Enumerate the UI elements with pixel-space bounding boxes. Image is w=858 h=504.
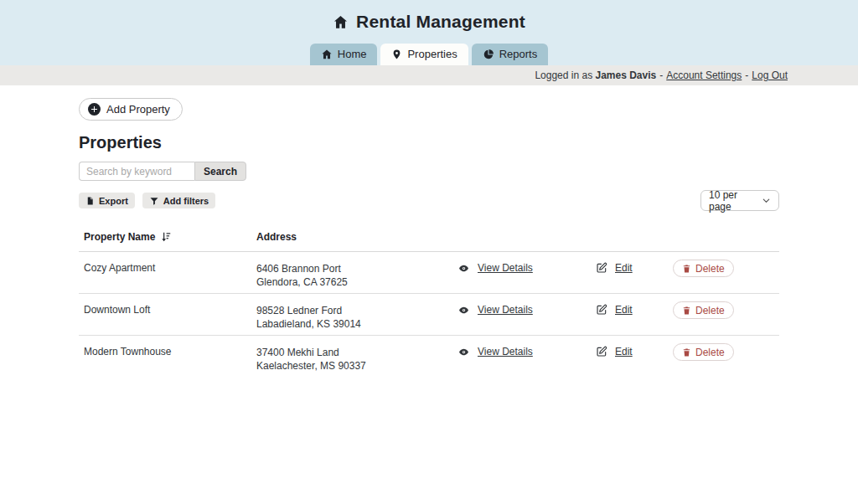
delete-label: Delete [695, 263, 725, 275]
eye-icon [457, 305, 470, 316]
table-row: Modern Townhouse 37400 Mekhi Land Kaelac… [79, 336, 779, 378]
tab-label: Home [338, 48, 367, 60]
delete-button[interactable]: Delete [673, 343, 734, 361]
edit-action[interactable]: Edit [596, 304, 673, 316]
edit-icon [596, 304, 607, 316]
properties-table: Property Name Address Cozy Apartment 640… [79, 226, 779, 378]
view-details-link[interactable]: View Details [478, 304, 533, 316]
view-details-action[interactable]: View Details [457, 346, 596, 357]
property-name: Downtown Loft [84, 304, 256, 316]
edit-action[interactable]: Edit [596, 346, 673, 357]
table-row: Cozy Apartment 6406 Brannon Port Glendor… [79, 252, 779, 294]
delete-label: Delete [695, 305, 725, 316]
export-label: Export [99, 196, 128, 206]
edit-action[interactable]: Edit [596, 262, 673, 274]
search-button[interactable]: Search [194, 162, 246, 181]
eye-icon [457, 263, 470, 274]
view-details-link[interactable]: View Details [478, 346, 533, 357]
per-page-value: 10 per page [709, 189, 762, 213]
table-header-row: Property Name Address [79, 226, 779, 252]
add-filters-label: Add filters [163, 196, 209, 206]
property-name: Modern Townhouse [84, 346, 256, 357]
property-address: 37400 Mekhi Land Kaelachester, MS 90337 [256, 346, 457, 373]
trash-icon [682, 306, 691, 316]
app-header: Rental Management Home Properties Report… [0, 0, 858, 65]
house-icon [333, 14, 349, 30]
column-header-address: Address [256, 231, 457, 243]
page-title: Properties [79, 133, 779, 152]
tab-label: Reports [499, 48, 538, 60]
edit-link[interactable]: Edit [615, 304, 633, 316]
trash-icon [682, 264, 691, 274]
table-row: Downtown Loft 98528 Ledner Ford Labadiel… [79, 294, 779, 336]
view-details-link[interactable]: View Details [478, 262, 533, 274]
house-icon [321, 49, 333, 60]
export-button[interactable]: Export [79, 193, 135, 208]
column-header-property-name[interactable]: Property Name [84, 231, 256, 243]
eye-icon [457, 347, 470, 357]
edit-icon [596, 262, 607, 274]
logged-in-prefix: Logged in as [535, 69, 592, 81]
nav-tabs: Home Properties Reports [0, 44, 858, 65]
edit-link[interactable]: Edit [615, 346, 633, 357]
sort-icon [160, 231, 172, 243]
add-property-label: Add Property [106, 103, 170, 116]
log-out-link[interactable]: Log Out [752, 69, 788, 81]
delete-button[interactable]: Delete [673, 260, 734, 277]
delete-label: Delete [695, 347, 725, 358]
plus-circle-icon [88, 103, 101, 116]
app-title: Rental Management [356, 12, 525, 32]
account-settings-link[interactable]: Account Settings [666, 69, 742, 81]
filter-icon [149, 196, 159, 206]
separator: - [659, 69, 663, 81]
toolbar-row: Export Add filters 10 per page [79, 190, 779, 211]
view-details-action[interactable]: View Details [457, 304, 596, 316]
file-icon [85, 196, 95, 206]
edit-link[interactable]: Edit [615, 262, 633, 274]
delete-button[interactable]: Delete [673, 301, 734, 319]
per-page-select[interactable]: 10 per page [700, 190, 779, 211]
search-group: Search [79, 162, 779, 181]
small-buttons: Export Add filters [79, 193, 215, 208]
pie-chart-icon [483, 49, 494, 60]
edit-icon [596, 346, 607, 357]
search-input[interactable] [79, 162, 194, 181]
username: James Davis [596, 69, 657, 81]
tab-home[interactable]: Home [310, 44, 378, 65]
main-content: Add Property Properties Search Export Ad… [0, 85, 858, 378]
trash-icon [682, 347, 691, 357]
separator: - [745, 69, 748, 81]
user-bar: Logged in as James Davis - Account Setti… [0, 65, 858, 85]
tab-label: Properties [407, 48, 457, 60]
tab-properties[interactable]: Properties [380, 44, 468, 65]
property-address: 98528 Ledner Ford Labadieland, KS 39014 [256, 304, 457, 331]
view-details-action[interactable]: View Details [457, 262, 596, 274]
tab-reports[interactable]: Reports [472, 44, 549, 65]
map-pin-icon [391, 49, 402, 60]
property-address: 6406 Brannon Port Glendora, CA 37625 [256, 262, 457, 289]
property-name: Cozy Apartment [84, 262, 256, 274]
add-filters-button[interactable]: Add filters [142, 193, 215, 208]
chevron-down-icon [762, 196, 771, 205]
app-title-row: Rental Management [0, 0, 858, 32]
add-property-button[interactable]: Add Property [79, 98, 183, 121]
